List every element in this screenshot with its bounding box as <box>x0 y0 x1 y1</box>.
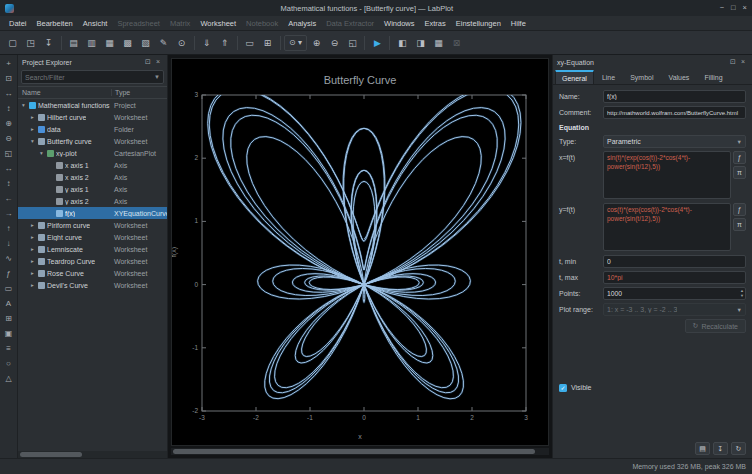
add-equation-curve-icon[interactable]: ƒ <box>2 267 16 280</box>
tree-row[interactable]: f(x) XYEquationCurve <box>18 207 167 219</box>
spinner-arrows[interactable]: ▲ ▼ <box>740 287 744 300</box>
zoom-y-select-icon[interactable]: ↕ <box>2 102 16 115</box>
tmax-input[interactable] <box>603 271 746 284</box>
plot-zoom-out-icon[interactable]: ⊖ <box>2 132 16 145</box>
tree-row[interactable]: ▸ data Folder <box>18 123 167 135</box>
menu-item[interactable]: Data Extractor <box>321 19 379 28</box>
maximize-button[interactable]: □ <box>731 4 736 12</box>
plot-zoom-in-icon[interactable]: ⊕ <box>2 117 16 130</box>
column-name[interactable]: Name <box>18 89 111 96</box>
minimize-button[interactable]: − <box>720 4 724 12</box>
zoom-x-select-icon[interactable]: ↔ <box>2 87 16 100</box>
zoom-out-icon[interactable]: ⊖ <box>326 34 343 51</box>
close-button[interactable]: × <box>743 4 747 12</box>
tree-row[interactable]: ▸ Teardrop Curve Worksheet <box>18 255 167 267</box>
zoom-in-icon[interactable]: ⊕ <box>308 34 325 51</box>
horizontal-layout-icon[interactable]: ◨ <box>412 34 429 51</box>
shift-up-icon[interactable]: ↑ <box>2 222 16 235</box>
tree-row[interactable]: ▸ Piriform curve Worksheet <box>18 219 167 231</box>
zoom-fit-icon[interactable]: ◱ <box>344 34 361 51</box>
worksheet-hscrollbar[interactable] <box>171 448 549 455</box>
close-panel-icon[interactable]: × <box>153 58 163 66</box>
new-workbook-icon[interactable]: ▥ <box>83 34 100 51</box>
presenter-mode-icon[interactable]: ▶ <box>369 34 386 51</box>
search-field[interactable]: ▼ <box>21 70 164 84</box>
insert-function-icon[interactable]: ƒ <box>733 151 746 164</box>
x-equation-input[interactable]: sin(t)*(exp(cos(t))-2*cos(4*t)-power(sin… <box>603 151 731 199</box>
new-folder-icon[interactable]: ▤ <box>65 34 82 51</box>
zoom-select-icon[interactable]: ⊡ <box>2 72 16 85</box>
new-matrix-icon[interactable]: ▩ <box>119 34 136 51</box>
new-project-icon[interactable]: ▢ <box>4 34 21 51</box>
add-xy-curve-icon[interactable]: ∿ <box>2 252 16 265</box>
worksheet-hscroll-thumb[interactable] <box>173 449 535 454</box>
menu-item[interactable]: Matrix <box>165 19 195 28</box>
recalculate-button[interactable]: ↻ Recalculate <box>685 319 746 333</box>
close-panel-icon[interactable]: × <box>738 58 748 66</box>
expander-icon[interactable]: ▸ <box>29 282 36 288</box>
add-image-icon[interactable]: ▣ <box>2 327 16 340</box>
tree-row[interactable]: ▸ Eight curve Worksheet <box>18 231 167 243</box>
add-custom-point-icon[interactable]: ○ <box>2 357 16 370</box>
menu-item[interactable]: Extras <box>420 19 451 28</box>
new-datapicker-icon[interactable]: ⊙ <box>173 34 190 51</box>
tree-row[interactable]: ▸ Lemniscate Worksheet <box>18 243 167 255</box>
dock-tab[interactable]: General <box>555 70 594 84</box>
tree-row[interactable]: x axis 2 Axis <box>18 171 167 183</box>
add-legend-icon[interactable]: ▭ <box>2 282 16 295</box>
add-reference-line-icon[interactable]: △ <box>2 372 16 385</box>
name-input[interactable] <box>603 90 746 103</box>
shift-down-icon[interactable]: ↓ <box>2 237 16 250</box>
explorer-hscrollbar[interactable] <box>18 451 167 458</box>
tree-row[interactable]: ▸ Rose Curve Worksheet <box>18 267 167 279</box>
tree-row[interactable]: y axis 1 Axis <box>18 183 167 195</box>
menu-item[interactable]: Datei <box>4 19 32 28</box>
menu-item[interactable]: Einstellungen <box>451 19 506 28</box>
menu-item[interactable]: Bearbeiten <box>32 19 78 28</box>
insert-constant-icon[interactable]: π <box>733 218 746 231</box>
expander-icon[interactable]: ▸ <box>29 270 36 276</box>
grid-layout-icon[interactable]: ▦ <box>430 34 447 51</box>
expander-icon[interactable]: ▸ <box>29 234 36 240</box>
butterfly-curve-plot[interactable]: -3-2-10123-2-10123 <box>172 59 548 445</box>
add-info-element-icon[interactable]: ≡ <box>2 342 16 355</box>
toolbar-separator[interactable] <box>277 34 283 51</box>
navigate-icon[interactable]: + <box>2 57 16 70</box>
points-spinner[interactable] <box>603 287 746 300</box>
toolbar-separator[interactable] <box>234 34 240 51</box>
column-type[interactable]: Type <box>111 89 167 96</box>
toolbar-separator[interactable] <box>191 34 197 51</box>
break-layout-icon[interactable]: ⊠ <box>448 34 465 51</box>
menu-item[interactable]: Windows <box>379 19 419 28</box>
explorer-hscroll-thumb[interactable] <box>20 452 82 457</box>
save-template-icon[interactable]: ↧ <box>713 442 728 455</box>
auto-scale-y-icon[interactable]: ↕ <box>2 177 16 190</box>
add-plot-icon[interactable]: ⊞ <box>2 312 16 325</box>
new-worksheet-icon[interactable]: ▧ <box>137 34 154 51</box>
tree-row[interactable]: x axis 1 Axis <box>18 159 167 171</box>
vertical-layout-icon[interactable]: ◧ <box>394 34 411 51</box>
tree-row[interactable]: ▾ Butterfly curve Worksheet <box>18 135 167 147</box>
restore-defaults-icon[interactable]: ↻ <box>731 442 746 455</box>
tree-row[interactable]: y axis 2 Axis <box>18 195 167 207</box>
expander-icon[interactable]: ▸ <box>29 222 36 228</box>
new-note-icon[interactable]: ✎ <box>155 34 172 51</box>
auto-scale-icon[interactable]: ◱ <box>2 147 16 160</box>
expander-icon[interactable]: ▾ <box>38 150 45 156</box>
expander-icon[interactable]: ▸ <box>29 114 36 120</box>
open-project-icon[interactable]: ◳ <box>22 34 39 51</box>
shift-right-icon[interactable]: → <box>2 207 16 220</box>
import-data-icon[interactable]: ⇓ <box>198 34 215 51</box>
new-spreadsheet-icon[interactable]: ▦ <box>101 34 118 51</box>
shift-left-icon[interactable]: ← <box>2 192 16 205</box>
spin-down-icon[interactable]: ▼ <box>740 294 744 298</box>
export-icon[interactable]: ⇑ <box>216 34 233 51</box>
toolbar-separator[interactable] <box>58 34 64 51</box>
tmin-input[interactable] <box>603 255 746 268</box>
y-equation-input[interactable]: cos(t)*(exp(cos(t))-2*cos(4*t)-power(sin… <box>603 203 731 251</box>
expander-icon[interactable]: ▾ <box>20 102 27 108</box>
expander-icon[interactable]: ▾ <box>29 138 36 144</box>
auto-scale-x-icon[interactable]: ↔ <box>2 162 16 175</box>
filter-icon[interactable]: ▼ <box>154 74 160 80</box>
menu-item[interactable]: Analysis <box>283 19 321 28</box>
